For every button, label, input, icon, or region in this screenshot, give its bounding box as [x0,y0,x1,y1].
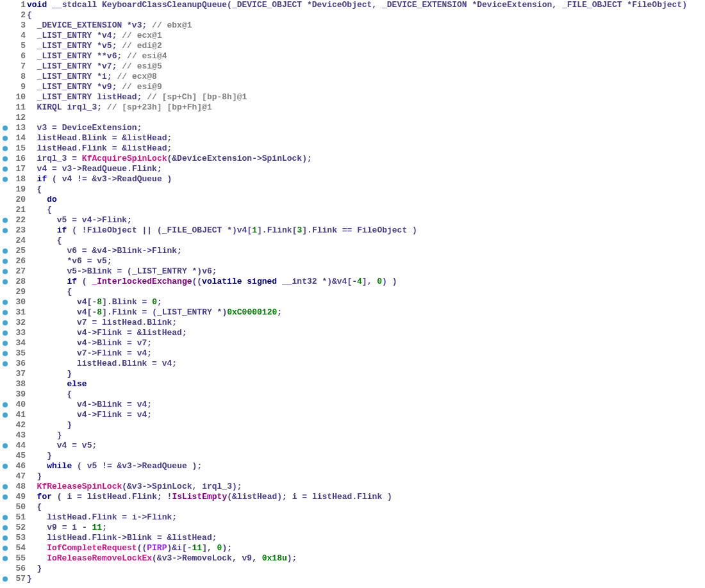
breakpoint-slot[interactable] [0,389,10,400]
breakpoint-slot[interactable] [0,20,10,31]
code-line[interactable]: irql_3 = KfAcquireSpinLock(&DeviceExtens… [27,154,705,164]
code-line[interactable]: v4->Flink = v4; [27,410,705,420]
code-line[interactable]: v4[-8].Blink = 0; [27,297,705,307]
code-line[interactable]: v5 = v4->Flink; [27,215,705,225]
code-line[interactable]: KfReleaseSpinLock(&v3->SpinLock, irql_3)… [27,482,705,492]
code-line[interactable]: v6 = &v4->Blink->Flink; [27,246,705,256]
breakpoint-slot[interactable] [0,307,10,318]
breakpoint-slot[interactable] [0,113,10,123]
code-line[interactable]: v7 = listHead.Blink; [27,318,705,328]
breakpoint-slot[interactable] [0,400,10,410]
breakpoint-slot[interactable] [0,123,10,133]
code-line[interactable]: { [27,205,705,215]
breakpoint-slot[interactable] [0,348,10,359]
code-line[interactable]: { [27,287,705,297]
breakpoint-slot[interactable] [0,102,10,113]
breakpoint-slot[interactable] [0,574,10,584]
breakpoint-slot[interactable] [0,492,10,502]
code-line[interactable]: if ( v4 != &v3->ReadQueue ) [27,174,705,184]
code-line[interactable]: if ( !FileObject || (_FILE_OBJECT *)v4[1… [27,225,705,236]
code-line[interactable]: IofCompleteRequest((PIRP)&i[-11], 0); [27,543,705,553]
code-line[interactable]: listHead.Blink = v4; [27,359,705,369]
code-line[interactable]: } [27,430,705,441]
breakpoint-slot[interactable] [0,543,10,553]
breakpoint-slot[interactable] [0,461,10,471]
breakpoint-slot[interactable] [0,61,10,72]
code-line[interactable]: { [27,502,705,512]
breakpoint-slot[interactable] [0,184,10,195]
breakpoint-slot[interactable] [0,379,10,389]
code-line[interactable]: void __stdcall KeyboardClassCleanupQueue… [27,0,705,10]
code-line[interactable]: v9 = i - 11; [27,523,705,533]
breakpoint-slot[interactable] [0,72,10,82]
code-line[interactable]: } [27,369,705,379]
code-line[interactable]: { [27,236,705,246]
code-line[interactable]: *v6 = v5; [27,256,705,266]
code-line[interactable]: do [27,195,705,205]
breakpoint-slot[interactable] [0,502,10,512]
breakpoint-slot[interactable] [0,564,10,574]
breakpoint-slot[interactable] [0,143,10,154]
breakpoint-slot[interactable] [0,154,10,164]
breakpoint-slot[interactable] [0,133,10,143]
code-line[interactable]: { [27,10,705,20]
breakpoint-slot[interactable] [0,441,10,451]
code-line[interactable]: } [27,471,705,482]
code-line[interactable]: } [27,564,705,574]
breakpoint-slot[interactable] [0,430,10,441]
breakpoint-slot[interactable] [0,318,10,328]
code-line[interactable]: } [27,574,705,584]
code-line[interactable]: _LIST_ENTRY *i; // ecx@8 [27,72,705,82]
code-line[interactable]: listHead.Blink = &listHead; [27,133,705,143]
code-line[interactable]: KIRQL irql_3; // [sp+23h] [bp+Fh]@1 [27,102,705,113]
code-line[interactable]: listHead.Flink->Blink = &listHead; [27,533,705,543]
breakpoint-slot[interactable] [0,471,10,482]
breakpoint-slot[interactable] [0,553,10,564]
breakpoint-slot[interactable] [0,482,10,492]
breakpoint-slot[interactable] [0,512,10,523]
code-line[interactable]: _LIST_ENTRY **v6; // esi@4 [27,51,705,61]
code-line[interactable]: v4[-8].Flink = (_LIST_ENTRY *)0xC0000120… [27,307,705,318]
breakpoint-slot[interactable] [0,533,10,543]
code-line[interactable]: _LIST_ENTRY listHead; // [sp+Ch] [bp-8h]… [27,92,705,102]
code-line[interactable]: else [27,379,705,389]
code-line[interactable]: v7->Flink = v4; [27,348,705,359]
breakpoint-slot[interactable] [0,266,10,277]
breakpoint-slot[interactable] [0,328,10,338]
breakpoint-slot[interactable] [0,205,10,215]
code-area[interactable]: void __stdcall KeyboardClassCleanupQueue… [27,0,705,584]
code-line[interactable]: _LIST_ENTRY *v5; // edi@2 [27,41,705,51]
code-line[interactable]: v5->Blink = (_LIST_ENTRY *)v6; [27,266,705,277]
breakpoint-slot[interactable] [0,256,10,266]
breakpoint-slot[interactable] [0,359,10,369]
breakpoint-slot[interactable] [0,277,10,287]
code-line[interactable]: IoReleaseRemoveLockEx(&v3->RemoveLock, v… [27,553,705,564]
code-line[interactable]: v4 = v3->ReadQueue.Flink; [27,164,705,174]
breakpoint-gutter[interactable] [0,0,10,584]
code-line[interactable]: _LIST_ENTRY *v7; // esi@5 [27,61,705,72]
code-line[interactable]: v4->Flink = &listHead; [27,328,705,338]
code-line[interactable]: if ( _InterlockedExchange((volatile sign… [27,277,705,287]
breakpoint-slot[interactable] [0,369,10,379]
breakpoint-slot[interactable] [0,164,10,174]
code-line[interactable]: } [27,420,705,430]
code-line[interactable]: { [27,389,705,400]
breakpoint-slot[interactable] [0,420,10,430]
code-line[interactable]: _DEVICE_EXTENSION *v3; // ebx@1 [27,20,705,31]
breakpoint-slot[interactable] [0,225,10,236]
breakpoint-slot[interactable] [0,10,10,20]
breakpoint-slot[interactable] [0,338,10,348]
code-line[interactable]: _LIST_ENTRY *v9; // esi@9 [27,82,705,92]
code-line[interactable]: v4->Blink = v4; [27,400,705,410]
code-line[interactable] [27,113,705,123]
breakpoint-slot[interactable] [0,410,10,420]
code-line[interactable]: v3 = DeviceExtension; [27,123,705,133]
breakpoint-slot[interactable] [0,287,10,297]
breakpoint-slot[interactable] [0,236,10,246]
breakpoint-slot[interactable] [0,51,10,61]
code-line[interactable]: v4->Blink = v7; [27,338,705,348]
breakpoint-slot[interactable] [0,195,10,205]
code-line[interactable]: v4 = v5; [27,441,705,451]
breakpoint-slot[interactable] [0,174,10,184]
code-line[interactable]: listHead.Flink = i->Flink; [27,512,705,523]
